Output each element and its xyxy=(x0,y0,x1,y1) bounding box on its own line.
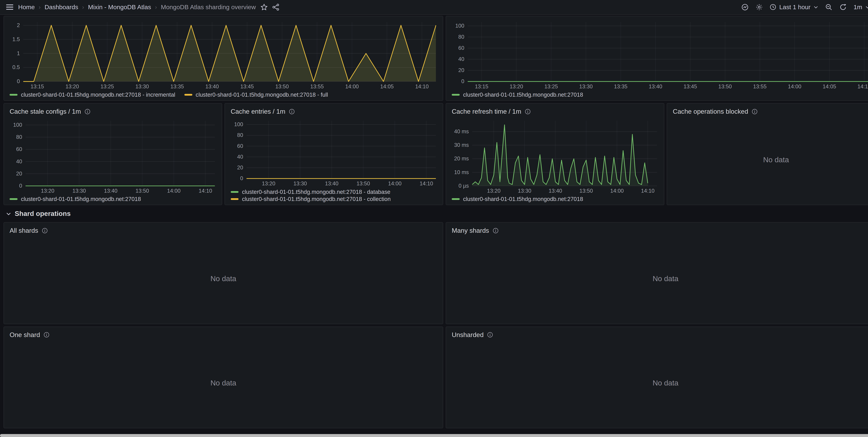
panel-title[interactable]: Unsharded xyxy=(452,331,484,339)
panel-title[interactable]: Many shards xyxy=(452,227,489,234)
panel-cache-operations-blocked: Cache operations blocked No data xyxy=(666,103,868,205)
svg-text:13:50: 13:50 xyxy=(718,84,732,90)
legend-item[interactable]: cluster0-shard-01-01.t5hdg.mongodb.net:2… xyxy=(9,91,175,98)
info-icon[interactable] xyxy=(84,108,91,115)
svg-text:13:25: 13:25 xyxy=(100,84,114,90)
info-icon[interactable] xyxy=(487,332,493,338)
breadcrumb-separator: › xyxy=(155,4,157,10)
svg-text:13:20: 13:20 xyxy=(41,188,54,194)
row-header-shard-operations[interactable]: Shard operations xyxy=(3,208,868,220)
legend-item[interactable]: cluster0-shard-01-01.t5hdg.mongodb.net:2… xyxy=(184,91,328,98)
panel-title[interactable]: Cache entries / 1m xyxy=(231,108,285,115)
legend-item[interactable]: cluster0-shard-01-01.t5hdg.mongodb.net:2… xyxy=(9,196,141,202)
svg-text:100: 100 xyxy=(234,121,243,127)
legend-label: cluster0-shard-01-01.t5hdg.mongodb.net:2… xyxy=(463,196,583,202)
breadcrumb-home[interactable]: Home xyxy=(18,3,35,11)
panel-cache-refresh-time: Cache refresh time / 1m 0 µs10 ms20 ms30… xyxy=(446,103,664,205)
series-color-swatch xyxy=(9,198,18,200)
legend-item[interactable]: cluster0-shard-01-01.t5hdg.mongodb.net:2… xyxy=(452,91,583,98)
svg-text:13:30: 13:30 xyxy=(293,180,307,186)
svg-text:0.5: 0.5 xyxy=(12,64,20,70)
share-icon[interactable] xyxy=(272,3,279,11)
info-icon[interactable] xyxy=(525,108,531,115)
svg-text:14:00: 14:00 xyxy=(345,84,359,90)
refresh-icon[interactable] xyxy=(839,3,847,11)
svg-text:80: 80 xyxy=(237,132,243,138)
svg-text:20: 20 xyxy=(237,164,243,170)
navbar-actions: Last 1 hour 1m xyxy=(741,3,868,11)
timeseries-chart[interactable]: 02040608010013:2013:3013:4013:5014:0014:… xyxy=(6,117,219,195)
timeseries-chart[interactable]: 00.511.5213:1513:2013:2513:3013:3513:401… xyxy=(6,19,441,90)
dashboard-insights-icon[interactable] xyxy=(741,3,749,11)
horizontal-scrollbar-thumb[interactable] xyxy=(0,434,868,437)
info-icon[interactable] xyxy=(289,108,295,115)
breadcrumb-folder[interactable]: Mixin - MongoDB Atlas xyxy=(88,3,151,11)
info-icon[interactable] xyxy=(43,332,50,338)
svg-text:14:10: 14:10 xyxy=(420,180,433,186)
panel-title[interactable]: Cache refresh time / 1m xyxy=(452,108,521,115)
svg-text:60: 60 xyxy=(237,143,243,149)
panel-row-shards-1: All shards No data Many shards No data xyxy=(3,222,868,324)
panel-header: Unsharded xyxy=(448,329,868,341)
svg-text:40: 40 xyxy=(237,154,243,160)
time-range-picker[interactable]: Last 1 hour xyxy=(770,3,818,11)
legend: cluster0-shard-01-01.t5hdg.mongodb.net:2… xyxy=(448,90,868,98)
zoom-out-time-icon[interactable] xyxy=(825,3,832,11)
panel-header: One shard xyxy=(6,329,441,341)
clock-icon xyxy=(770,4,776,10)
info-icon[interactable] xyxy=(751,108,758,115)
info-icon[interactable] xyxy=(42,227,48,234)
svg-text:13:50: 13:50 xyxy=(356,180,370,186)
svg-text:100: 100 xyxy=(13,122,22,128)
legend: cluster0-shard-01-01.t5hdg.mongodb.net:2… xyxy=(227,187,440,202)
svg-text:13:45: 13:45 xyxy=(240,84,254,90)
refresh-interval-picker[interactable]: 1m xyxy=(854,3,868,11)
panel-title[interactable]: Cache stale configs / 1m xyxy=(9,108,81,115)
panel-title[interactable]: All shards xyxy=(9,227,38,234)
svg-text:1: 1 xyxy=(17,50,20,56)
svg-text:13:20: 13:20 xyxy=(262,180,276,186)
info-icon[interactable] xyxy=(493,227,499,234)
timeseries-chart[interactable]: 0 µs10 ms20 ms30 ms40 ms13:2013:3013:401… xyxy=(448,117,661,195)
star-dashboard-icon[interactable] xyxy=(260,3,268,11)
timeseries-chart[interactable]: 02040608010013:2013:3013:4013:5014:0014:… xyxy=(227,117,440,188)
svg-text:14:10: 14:10 xyxy=(198,188,212,194)
no-data-message: No data xyxy=(6,236,441,321)
legend: cluster0-shard-01-01.t5hdg.mongodb.net:2… xyxy=(6,194,219,202)
panel-row-cache: Cache stale configs / 1m 02040608010013:… xyxy=(3,103,868,205)
panel-row-top: 00.511.5213:1513:2013:2513:3013:3513:401… xyxy=(3,16,868,101)
legend-item[interactable]: cluster0-shard-01-01.t5hdg.mongodb.net:2… xyxy=(452,196,583,202)
svg-text:80: 80 xyxy=(16,134,22,140)
chevron-down-icon xyxy=(6,211,11,217)
svg-text:13:30: 13:30 xyxy=(72,188,86,194)
svg-text:14:05: 14:05 xyxy=(823,84,836,90)
svg-text:20: 20 xyxy=(458,67,464,73)
svg-text:13:15: 13:15 xyxy=(475,84,488,90)
svg-text:13:20: 13:20 xyxy=(65,84,79,90)
panel-title[interactable]: One shard xyxy=(9,331,40,339)
svg-text:14:10: 14:10 xyxy=(858,84,868,90)
svg-text:13:25: 13:25 xyxy=(545,84,558,90)
svg-text:20 ms: 20 ms xyxy=(454,156,469,162)
svg-text:0: 0 xyxy=(17,79,20,85)
series-color-swatch xyxy=(231,191,239,193)
legend-item[interactable]: cluster0-shard-01-01.t5hdg.mongodb.net:2… xyxy=(231,196,437,202)
svg-text:0: 0 xyxy=(19,183,22,189)
legend: cluster0-shard-01-01.t5hdg.mongodb.net:2… xyxy=(448,194,661,202)
dashboard-settings-gear-icon[interactable] xyxy=(755,3,763,11)
legend-item[interactable]: cluster0-shard-01-01.t5hdg.mongodb.net:2… xyxy=(231,189,437,195)
panel-title[interactable]: Cache operations blocked xyxy=(673,108,748,115)
horizontal-scrollbar[interactable] xyxy=(0,434,868,437)
svg-text:13:40: 13:40 xyxy=(325,180,339,186)
no-data-message: No data xyxy=(6,341,441,426)
series-color-swatch xyxy=(231,198,239,200)
breadcrumb-separator: › xyxy=(39,4,41,10)
panel-cache-stale-configs: Cache stale configs / 1m 02040608010013:… xyxy=(3,103,222,205)
svg-text:10 ms: 10 ms xyxy=(454,169,469,175)
no-data-message: No data xyxy=(448,341,868,426)
svg-text:100: 100 xyxy=(455,23,464,29)
timeseries-chart[interactable]: 02040608010013:1513:2013:2513:3013:3513:… xyxy=(448,19,868,90)
menu-toggle-icon[interactable] xyxy=(6,3,14,11)
breadcrumb-dashboards[interactable]: Dashboards xyxy=(44,3,78,11)
panel-one-shard: One shard No data xyxy=(3,326,443,429)
